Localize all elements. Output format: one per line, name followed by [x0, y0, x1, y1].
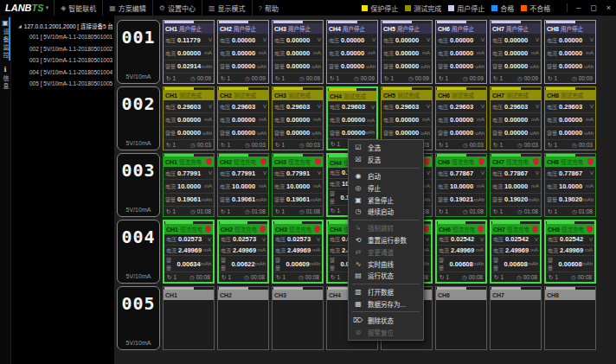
context-menu-item-13[interactable]: ▦数据另存为...: [349, 298, 423, 310]
tree-expander-icon[interactable]: ◢: [18, 23, 22, 29]
channel-card-003-ch1[interactable]: CH1恒流充电电压0.77991V电流10.0000mA容量0.19061mAh…: [163, 153, 215, 217]
channel-status-label: 恒流充电: [179, 157, 202, 166]
capacity-label: 容量: [383, 129, 394, 137]
tree-device-node-1[interactable]: 001 [ 5V/10mA-1.1-20180501001 ]: [11, 31, 114, 43]
channel-card-002-ch7[interactable]: CH7测试完成电压0.29603V电流0.00000mA容量0.00000uAh…: [490, 86, 542, 150]
device-display-004[interactable]: 0045V/10mA: [117, 220, 160, 284]
channel-card-004-ch8[interactable]: CH8恒流充电电压0.02542V电流2.49969mA容量0.00608mAh…: [544, 220, 596, 284]
device-row-001: 0015V/10mACH1用户停止电压0.11779V电流0.00000mA容量…: [117, 20, 616, 84]
alarm-reset-icon: ⊘: [353, 329, 363, 336]
device-display-002[interactable]: 0025V/10mA: [117, 86, 160, 150]
channel-card-003-ch6[interactable]: CH6恒流充电电压0.77867V电流10.0000mA容量0.19021mAh…: [435, 153, 487, 217]
channel-status-label: 用户停止: [506, 24, 529, 33]
tree-root-node[interactable]: ◢ 127.0.0.1:2001,2000 [ 连接设备5 台 ]: [11, 20, 114, 31]
device-display-005[interactable]: 0055V/10mA: [117, 286, 160, 350]
logo-caret-icon[interactable]: ▾: [46, 4, 49, 11]
context-menu-item-5[interactable]: ▣紧急停止: [349, 194, 423, 206]
side-tab-1[interactable]: ▣设备监控: [0, 16, 10, 62]
voltage-label: 电压: [438, 103, 448, 111]
channel-card-002-ch6[interactable]: CH6测试完成电压0.29603V电流0.00000mA容量0.00000uAh…: [435, 86, 487, 150]
current-value: 2.49969: [287, 246, 312, 254]
channel-card-005-ch3[interactable]: CH3电压电流容量: [272, 286, 324, 350]
context-menu-item-12[interactable]: ▥打开数据: [349, 286, 423, 298]
current-label: 电流: [492, 116, 503, 124]
channel-card-005-ch2[interactable]: CH2电压电流容量: [217, 286, 269, 350]
channel-card-005-ch7[interactable]: CH7电压电流容量: [490, 286, 542, 350]
channel-card-001-ch8[interactable]: CH8用户停止电压0.00000V电流0.00000mA容量0.00000uAh…: [544, 20, 596, 84]
channel-status-label: 恒流充电: [234, 225, 257, 233]
channel-header: CH8恒流充电: [545, 156, 595, 167]
tree-device-node-2[interactable]: 002 [ 5V/10mA-1.1-20180501002 ]: [11, 43, 114, 55]
channel-card-001-ch2[interactable]: CH2用户停止电压0.00000V电流0.00000mA容量0.00000uAh…: [217, 20, 269, 84]
voltage-row: 电压0.29603V: [491, 100, 541, 113]
context-menu-item-4[interactable]: ◎停止: [349, 182, 423, 194]
elapsed-time: ◷00:03: [572, 142, 593, 149]
channel-card-001-ch4[interactable]: CH4用户停止电压0.00000V电流0.00000mA容量0.00000uAh…: [326, 20, 378, 84]
force-jump-icon: ↳: [353, 224, 363, 232]
channel-card-004-ch7[interactable]: CH7恒流充电电压0.02542V电流2.49969mA容量0.00608mAh…: [490, 220, 542, 284]
channel-card-001-ch7[interactable]: CH7用户停止电压0.00000V电流0.00000mA容量0.00000uAh…: [490, 20, 542, 84]
channel-card-005-ch6[interactable]: CH6电压电流容量: [435, 286, 487, 350]
menu-item-3[interactable]: ⚙设置中心: [152, 0, 202, 16]
loop-icon: ↻: [275, 208, 279, 215]
channel-card-002-ch1[interactable]: CH1测试完成电压0.29603V电流0.00000mA容量0.00000uAh…: [163, 86, 215, 150]
channel-card-004-ch2[interactable]: CH2恒流充电电压0.02573V电流2.49969mA容量0.00622mAh…: [217, 220, 269, 284]
channel-card-001-ch6[interactable]: CH6用户停止电压0.00000V电流0.00000mA容量0.00000uAh…: [435, 20, 487, 84]
context-menu-item-10[interactable]: ∿实时曲线: [349, 258, 423, 270]
capacity-label: 容量: [165, 62, 176, 70]
channel-card-003-ch8[interactable]: CH8恒流充电电压0.77867V电流10.0000mA容量0.19020mAh…: [544, 153, 596, 217]
channel-card-002-ch3[interactable]: CH3测试完成电压0.29603V电流0.00000mA容量0.00000uAh…: [272, 86, 324, 150]
legend-color-swatch: [362, 5, 368, 11]
tree-device-node-3[interactable]: 003 [ 5V/10mA-1.1-20180501003 ]: [11, 54, 114, 67]
context-menu-item-14[interactable]: ⌦删除状态: [349, 314, 423, 326]
voltage-label: 电压: [439, 235, 449, 243]
context-menu-item-3[interactable]: ◉启动: [349, 170, 423, 182]
context-menu-item-8[interactable]: ⟲重置运行参数: [349, 234, 423, 246]
channel-card-003-ch3[interactable]: CH3恒流充电电压0.77991V电流10.0000mA容量0.19061mAh…: [272, 153, 324, 217]
context-menu-item-11[interactable]: ▤运行状态: [349, 270, 423, 282]
channel-card-002-ch2[interactable]: CH2测试完成电压0.29603V电流0.00000mA容量0.00000uAh…: [217, 86, 269, 150]
voltage-row: 电压0.29603V: [328, 101, 376, 114]
menu-item-1[interactable]: ◈智能联机: [54, 0, 102, 16]
current-value: 0.00000: [232, 116, 259, 124]
channel-card-001-ch5[interactable]: CH5用户停止电压0.00000V电流0.00000mA容量0.00000uAh…: [381, 20, 433, 84]
context-menu-item-2[interactable]: ☒反选: [349, 154, 423, 166]
elapsed-time: ◷00:03: [190, 142, 211, 149]
time-value: 00:03: [252, 142, 266, 148]
channel-card-004-ch6[interactable]: CH6恒流充电电压0.02542V电流2.49969mA容量0.00608mAh…: [435, 220, 487, 284]
loop-icon: ↻: [439, 208, 443, 215]
minimize-button[interactable]: –: [576, 3, 581, 12]
channel-readings: 电压0.02573V电流2.49969mA容量0.00622mAh: [219, 234, 267, 272]
channel-card-005-ch8[interactable]: CH8电压电流容量: [544, 286, 596, 350]
menu-item-2[interactable]: ▦方案编辑: [102, 0, 152, 16]
channel-card-001-ch3[interactable]: CH3用户停止电压0.00000V电流0.00000mA容量0.00000uAh…: [272, 20, 324, 84]
device-display-001[interactable]: 0015V/10mA: [117, 20, 160, 84]
context-menu-item-6[interactable]: ◷继续启动: [349, 206, 423, 218]
channel-card-004-ch1[interactable]: CH1恒流充电电压0.02573V电流2.49969mA容量0.00634mAh…: [163, 220, 215, 284]
current-label: 电流: [220, 182, 230, 190]
protection-shield-icon: [260, 158, 266, 165]
current-row: 电流0.00000mA: [328, 114, 376, 127]
channel-card-004-ch3[interactable]: CH3恒流充电电压0.02573V电流2.49969mA容量0.00609mAh…: [272, 220, 324, 284]
capacity-label: 容量: [274, 62, 285, 70]
channel-header: CH8: [545, 290, 595, 300]
context-menu-item-1[interactable]: ☑全选: [349, 142, 423, 154]
device-display-003[interactable]: 0035V/10mA: [117, 153, 160, 217]
menu-item-4[interactable]: ▥显示模式: [202, 0, 252, 16]
maximize-button[interactable]: ◻: [590, 3, 596, 12]
side-tab-2[interactable]: ℹ信息: [0, 62, 10, 93]
tree-device-node-4[interactable]: 004 [ 5V/10mA-1.1-20180501004 ]: [11, 67, 114, 79]
capacity-label: 容量: [220, 62, 230, 70]
channel-card-002-ch8[interactable]: CH8测试完成电压0.29603V电流0.00000mA容量0.00000uAh…: [544, 86, 596, 150]
channel-card-003-ch7[interactable]: CH7恒流充电电压0.77867V电流10.0000mA容量0.19020mAh…: [490, 153, 542, 217]
tree-device-node-5[interactable]: 005 [ 5V/10mA-1.1-20180501005 ]: [11, 78, 114, 90]
loop-count: ↻1: [494, 274, 504, 281]
channel-card-001-ch1[interactable]: CH1用户停止电压0.11779V电流0.00000mA容量0.02914mAh…: [163, 20, 215, 84]
menu-item-label: 方案编辑: [119, 3, 146, 13]
channel-card-005-ch1[interactable]: CH1电压电流容量: [163, 286, 215, 350]
close-button[interactable]: ×: [606, 3, 611, 12]
menu-item-5[interactable]: ?帮助: [252, 0, 285, 16]
current-row: 电流2.49969mA: [164, 246, 213, 257]
clock-icon: ◷: [572, 208, 577, 215]
channel-card-003-ch2[interactable]: CH2恒流充电电压0.77991V电流10.0000mA容量0.19061mAh…: [217, 153, 269, 217]
